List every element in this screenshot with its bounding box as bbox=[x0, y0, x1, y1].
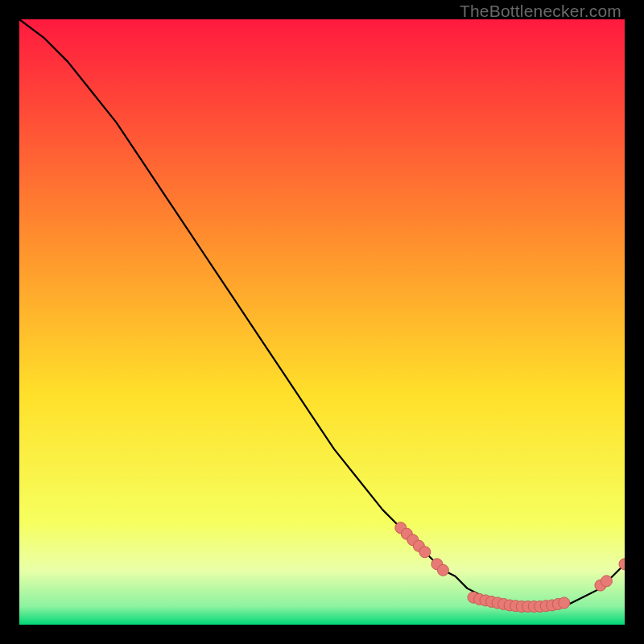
curve-marker bbox=[419, 547, 431, 558]
curve-marker bbox=[437, 564, 448, 576]
chart-stage: TheBottlenecker.com bbox=[0, 0, 644, 644]
bottleneck-plot bbox=[19, 19, 625, 625]
curve-marker bbox=[601, 576, 612, 587]
curve-marker bbox=[559, 597, 570, 609]
heatmap-background bbox=[19, 19, 625, 625]
attribution-label: TheBottlenecker.com bbox=[460, 2, 621, 21]
